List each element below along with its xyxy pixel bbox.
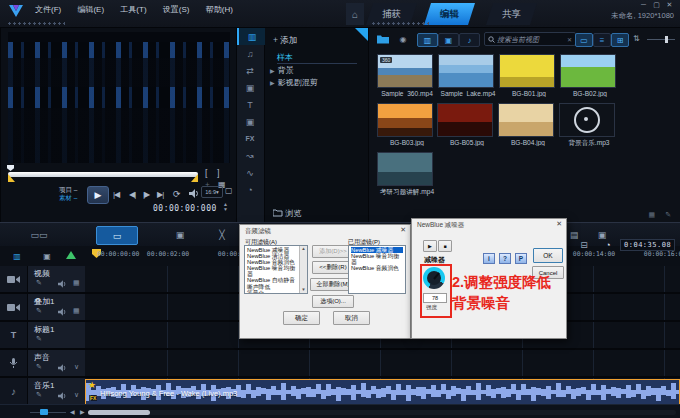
scroll-left-button[interactable]: ◀ <box>70 408 75 415</box>
sidebar-audio-icon[interactable]: ♫ <box>237 45 263 62</box>
sidebar-overlay-icon[interactable]: ▣ <box>237 79 263 96</box>
track-header-title[interactable]: T 标题1 ✎ <box>0 322 85 350</box>
chapter-marker-icon[interactable] <box>66 251 76 259</box>
search-clear-icon[interactable]: ✕ <box>567 36 572 43</box>
track-mute-icon[interactable] <box>58 392 67 400</box>
edit-track-icon[interactable]: ✎ <box>36 335 42 343</box>
menu-edit[interactable]: 编辑(E) <box>70 3 111 17</box>
edit-track-icon[interactable]: ✎ <box>36 391 42 399</box>
list-item[interactable]: 等量化 <box>247 290 299 294</box>
track-manager-icon[interactable]: ▥ <box>8 250 26 262</box>
track-header-video[interactable]: 视频 ✎ ▦ <box>0 266 85 294</box>
go-end-button[interactable]: ▶| <box>157 190 163 199</box>
timeline-zoom-slider[interactable] <box>30 412 66 413</box>
track-mosaic-icon[interactable]: ▦ <box>73 279 80 287</box>
star-rating-icon[interactable]: ★ <box>88 380 96 390</box>
view-list-button[interactable]: ≡ <box>593 33 611 47</box>
list-scrollbar[interactable]: ▲▼ <box>299 246 307 293</box>
project-duration[interactable]: 0:04:35.08 <box>620 239 675 251</box>
track-mosaic-icon[interactable]: ▦ <box>73 307 80 315</box>
enlarge-preview-icon[interactable]: ▢ <box>225 186 232 195</box>
close-icon[interactable]: ✕ <box>556 220 562 228</box>
library-info-icon[interactable]: ▦ <box>648 211 655 219</box>
library-item[interactable]: BG-B02.jpg <box>560 54 620 97</box>
library-item[interactable]: BG-B01.jpg <box>499 54 559 97</box>
track-expand-icon[interactable]: ∨ <box>74 391 79 399</box>
track-header-overlay[interactable]: 叠加1 ✎ ▦ <box>0 294 85 322</box>
library-item[interactable]: Sample_Lake.mp4 <box>438 54 498 97</box>
panel-flag-icon[interactable] <box>355 28 369 42</box>
library-grip[interactable] <box>371 22 429 25</box>
edit-track-icon[interactable]: ✎ <box>36 279 42 287</box>
speaker-icon[interactable] <box>189 189 200 198</box>
sidebar-title-icon[interactable]: T <box>237 96 263 113</box>
category-background[interactable]: ▶背景 <box>270 65 294 76</box>
timeline-scrollbar[interactable] <box>88 410 676 415</box>
library-item[interactable]: BG-B05.jpg <box>437 103 497 152</box>
ok-button[interactable]: 确定 <box>283 311 320 325</box>
preview-grip[interactable] <box>7 22 65 25</box>
menu-settings[interactable]: 设置(S) <box>156 3 197 17</box>
library-item[interactable]: 考研习题讲解.mp4 <box>377 152 437 197</box>
tools-icon[interactable]: ╳ <box>214 228 230 242</box>
play-button[interactable]: ▶ <box>87 186 109 204</box>
library-item[interactable]: 背景音乐.mp3 <box>559 103 619 152</box>
storyboard-view-icon[interactable]: ▭▭ <box>28 228 50 242</box>
list-item[interactable]: NewBlue 音频润色 <box>351 265 403 271</box>
restore-button[interactable]: ▢ <box>650 1 663 9</box>
sidebar-graphics-icon[interactable]: ▣ <box>237 113 263 130</box>
mode-project-toggle[interactable]: 项目 – <box>59 186 77 194</box>
info-button[interactable]: i <box>483 253 495 264</box>
timeline-zoom-handle[interactable] <box>40 409 48 415</box>
edit-track-icon[interactable]: ✎ <box>36 363 42 371</box>
track-expand-icon[interactable]: ∨ <box>74 363 79 371</box>
track-mute-icon[interactable] <box>58 280 67 288</box>
playhead-grip[interactable] <box>7 165 14 171</box>
next-frame-button[interactable]: |▶ <box>143 190 149 199</box>
tab-share[interactable]: 共享 <box>486 3 537 25</box>
browse-button[interactable]: 浏览 <box>273 208 301 219</box>
menu-file[interactable]: 文件(F) <box>28 3 68 17</box>
timeline-view-icon[interactable]: ▭ <box>96 226 138 245</box>
add-folder-button[interactable]: + 添加 <box>273 35 297 47</box>
minimize-button[interactable]: ─ <box>637 1 650 9</box>
filter-options-button[interactable]: 选项(O)... <box>312 295 354 308</box>
search-box[interactable]: ✕ <box>484 32 576 46</box>
sidebar-speed-icon[interactable]: ◔ <box>237 181 263 198</box>
sidebar-fx-icon[interactable]: FX <box>237 130 263 147</box>
library-item[interactable]: BG-B04.jpg <box>498 103 558 152</box>
list-item[interactable]: NewBlue 噪音均衡器 <box>247 265 299 277</box>
search-input[interactable] <box>495 35 567 44</box>
help-button[interactable]: ? <box>499 253 511 264</box>
go-start-button[interactable]: |◀ <box>113 190 119 199</box>
close-button[interactable]: ✕ <box>663 1 676 9</box>
loop-button[interactable]: ⟳ <box>173 189 180 199</box>
track-header-music[interactable]: ♪ 音乐1 ✎ ∨ <box>0 378 85 406</box>
trim-end-handle[interactable] <box>191 174 198 182</box>
tab-edit[interactable]: 编辑 <box>424 3 475 25</box>
filter-video-button[interactable]: ▥ <box>417 33 438 47</box>
view-thumbnail-button[interactable]: ▭ <box>575 33 593 47</box>
sort-icon[interactable]: ⇅ <box>633 34 640 43</box>
aspect-ratio-button[interactable]: 16:9▾ <box>201 186 223 198</box>
track-header-voice[interactable]: 声音 ✎ ∨ <box>0 350 85 378</box>
cancel-button[interactable]: 取消 <box>333 311 370 325</box>
library-item[interactable]: BG-B03.jpg <box>377 103 437 146</box>
record-capture-icon[interactable]: ◉ <box>397 33 409 45</box>
timeline-scrollbar-thumb[interactable] <box>88 410 150 415</box>
thumb-size-slider[interactable] <box>647 39 675 40</box>
library-edit-icon[interactable]: ✎ <box>665 211 671 219</box>
view-grid-button[interactable]: ⊞ <box>611 33 629 47</box>
ok-button[interactable]: OK <box>533 248 563 263</box>
scrub-bar[interactable] <box>8 172 198 177</box>
timecode-stepper[interactable]: ▲▼ <box>223 202 228 212</box>
preview-play-button[interactable]: ▶ <box>423 240 437 252</box>
track-mute-icon[interactable] <box>58 308 67 316</box>
home-icon[interactable]: ⌂ <box>346 3 364 25</box>
import-folder-icon[interactable] <box>377 34 390 44</box>
track-lane-voice[interactable] <box>85 350 680 378</box>
mode-clip-toggle[interactable]: 素材 – <box>59 194 77 202</box>
music-clip[interactable]: ★ FX Hillsong Young & Free - Wake (Live)… <box>85 379 680 405</box>
sidebar-media-icon[interactable]: ▥ <box>237 28 265 45</box>
prev-frame-button[interactable]: ◀| <box>129 190 135 199</box>
